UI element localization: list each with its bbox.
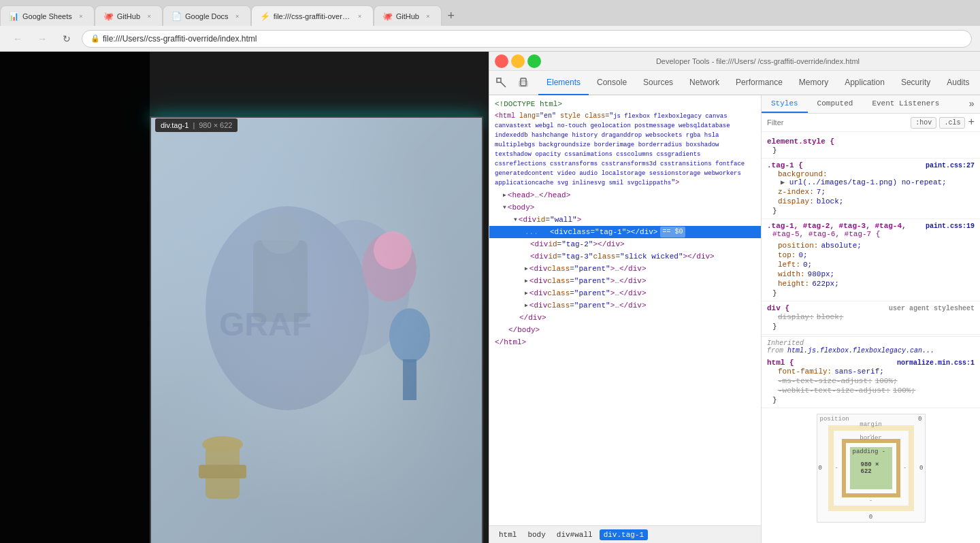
devtools-titlebar: Developer Tools - file:///Users/ /css-gr… <box>489 52 980 71</box>
css-source-tag1[interactable]: paint.css:27 <box>926 162 975 169</box>
devtools-title: Developer Tools - file:///Users/ /css-gr… <box>541 57 975 65</box>
body-triangle[interactable]: ▼ <box>503 202 506 213</box>
styles-tab-event-listeners[interactable]: Event Listeners <box>862 95 949 113</box>
css-source-html[interactable]: normalize.min.css:1 <box>897 359 975 367</box>
equals-mark: == $0 <box>660 227 685 237</box>
tab-1[interactable]: 📊 Google Sheets × <box>0 5 95 26</box>
element-tooltip: div.tag-1 | 980 × 622 <box>155 118 238 132</box>
devtools-min-button[interactable] <box>511 54 525 68</box>
css-rule-close-4: } <box>767 322 975 331</box>
tab-4[interactable]: ⚡ file:///css-graffiti-override/index.ht… <box>251 5 374 26</box>
reload-button[interactable]: ↻ <box>57 29 76 48</box>
styles-filter-input[interactable] <box>767 118 908 127</box>
styles-content[interactable]: element.style { } .tag-1 { paint.css:27 … <box>762 132 980 543</box>
svg-point-6 <box>260 213 301 254</box>
tab-1-title: Google Sheets <box>22 12 72 20</box>
tab-5[interactable]: 🐙 GitHub × <box>374 5 442 26</box>
tab-4-title: file:///css-graffiti-override/index.html <box>274 12 351 20</box>
css-selector-element-style: element.style { <box>767 137 975 146</box>
tab-security[interactable]: Security <box>893 71 938 95</box>
css-rule-close-5: } <box>767 395 975 405</box>
back-button[interactable]: ← <box>8 29 27 48</box>
tab-5-title: GitHub <box>396 12 419 20</box>
parent2-triangle[interactable]: ▶ <box>525 276 528 286</box>
wall-triangle[interactable]: ▼ <box>514 214 517 225</box>
breadcrumb-tag1[interactable]: div.tag-1 <box>600 529 648 540</box>
css-prop-display-ua: display: block; <box>767 312 975 322</box>
tab-bar: 📊 Google Sheets × 🐙 GitHub × 📄 Google Do… <box>0 0 980 26</box>
tab-3-title: Google Docs <box>185 12 229 20</box>
css-rule-close-1: } <box>767 146 975 155</box>
tab-application[interactable]: Application <box>836 71 893 95</box>
device-icon[interactable] <box>514 73 533 93</box>
forward-button[interactable]: → <box>33 29 52 48</box>
inherited-source-link[interactable]: html.js.flexbox.flexboxlegacy.can... <box>787 347 934 355</box>
user-agent-label: user agent stylesheet <box>889 305 975 312</box>
box-margin-bottom: - <box>869 497 872 504</box>
background-expand[interactable]: ▶ <box>781 179 785 186</box>
address-bar[interactable]: 🔒 file:///Users//css-graffiti-override/i… <box>82 30 972 48</box>
css-prop-width: width: 980px; <box>767 269 975 279</box>
styles-more-tabs[interactable]: » <box>964 95 980 113</box>
tab-sources[interactable]: Sources <box>635 71 681 95</box>
css-selector-html: html { normalize.min.css:1 <box>767 359 975 367</box>
css-source-tags[interactable]: paint.css:19 <box>926 223 975 230</box>
html-line-parent2[interactable]: ▶ <div class="parent" > … </div> <box>489 275 761 287</box>
html-line-tag3[interactable]: <div id="tag-3" class="slick wicked" ></… <box>489 250 761 263</box>
html-line-html-close[interactable]: </html> <box>489 336 761 348</box>
breadcrumb-body[interactable]: body <box>523 529 549 540</box>
html-line-body-close[interactable]: </body> <box>489 324 761 336</box>
html-line-parent4[interactable]: ▶ <div class="parent" > … </div> <box>489 299 761 312</box>
html-line-doctype[interactable]: <!DOCTYPE html> <box>489 98 761 110</box>
tab-elements[interactable]: Elements <box>538 71 589 95</box>
parent3-triangle[interactable]: ▶ <box>525 288 528 299</box>
html-line-body[interactable]: ▼ <body> <box>489 201 761 214</box>
css-prop-ms-text-size: -ms-text-size-adjust: 100%; <box>767 376 975 386</box>
tab-4-favicon: ⚡ <box>260 12 270 21</box>
tab-performance[interactable]: Performance <box>728 71 791 95</box>
tab-2-close[interactable]: × <box>144 12 154 21</box>
css-prop-display1: display: block; <box>767 197 975 206</box>
breadcrumb-html[interactable]: html <box>495 529 521 540</box>
inspect-icon[interactable] <box>492 73 511 93</box>
svg-rect-8 <box>403 359 416 400</box>
breadcrumb-wall[interactable]: div#wall <box>553 529 597 540</box>
html-content[interactable]: <!DOCTYPE html> <html lang="en" style cl… <box>489 95 761 525</box>
new-tab-button[interactable]: + <box>442 5 461 26</box>
tab-3[interactable]: 📄 Google Docs × <box>163 5 251 26</box>
head-triangle[interactable]: ▶ <box>503 190 506 201</box>
box-margin-label: margin <box>860 421 881 428</box>
tab-1-close[interactable]: × <box>76 12 86 21</box>
filter-add-button[interactable]: + <box>968 116 975 129</box>
html-line-div-close[interactable]: </div> <box>489 312 761 324</box>
tab-4-close[interactable]: × <box>355 12 365 21</box>
filter-cls-button[interactable]: .cls <box>939 117 965 129</box>
tab-audits[interactable]: Audits <box>938 71 977 95</box>
html-line-parent3[interactable]: ▶ <div class="parent" > … </div> <box>489 287 761 299</box>
filter-hov-button[interactable]: :hov <box>911 117 936 129</box>
html-line-tag1[interactable]: ... <div class="tag-1" ></div> == $0 <box>489 226 761 238</box>
styles-tab-styles[interactable]: Styles <box>762 95 808 113</box>
styles-panel: Styles Computed Event Listeners » :hov .… <box>762 95 980 543</box>
parent1-triangle[interactable]: ▶ <box>525 263 528 274</box>
html-line-head[interactable]: ▶ <head> … </head> <box>489 189 761 201</box>
parent4-triangle[interactable]: ▶ <box>525 300 528 311</box>
styles-tab-computed[interactable]: Computed <box>808 95 863 113</box>
tab-2[interactable]: 🐙 GitHub × <box>95 5 163 26</box>
dark-left-panel <box>0 52 150 543</box>
html-line-html[interactable]: <html lang="en" style class="js flexbox … <box>489 110 761 189</box>
svg-rect-15 <box>521 79 525 84</box>
devtools-max-button[interactable] <box>527 54 541 68</box>
html-line-tag2[interactable]: <div id="tag-2" ></div> <box>489 238 761 250</box>
css-rule-tags: .tag-1, #tag-2, #tag-3, #tag-4, paint.cs… <box>762 219 980 301</box>
tab-memory[interactable]: Memory <box>791 71 836 95</box>
html-line-wall[interactable]: ▼ <div id="wall" > <box>489 214 761 226</box>
tab-console[interactable]: Console <box>589 71 635 95</box>
html-line-parent1[interactable]: ▶ <div class="parent" > … </div> <box>489 263 761 275</box>
devtools-close-button[interactable] <box>495 54 508 68</box>
browser-viewport: GRAF div.tag-1 | 980 × 622 <box>0 52 489 543</box>
tab-5-close[interactable]: × <box>423 12 433 21</box>
tab-3-close[interactable]: × <box>233 12 242 21</box>
tab-network[interactable]: Network <box>681 71 728 95</box>
devtools-more-tabs[interactable]: ⋮ <box>978 76 980 90</box>
